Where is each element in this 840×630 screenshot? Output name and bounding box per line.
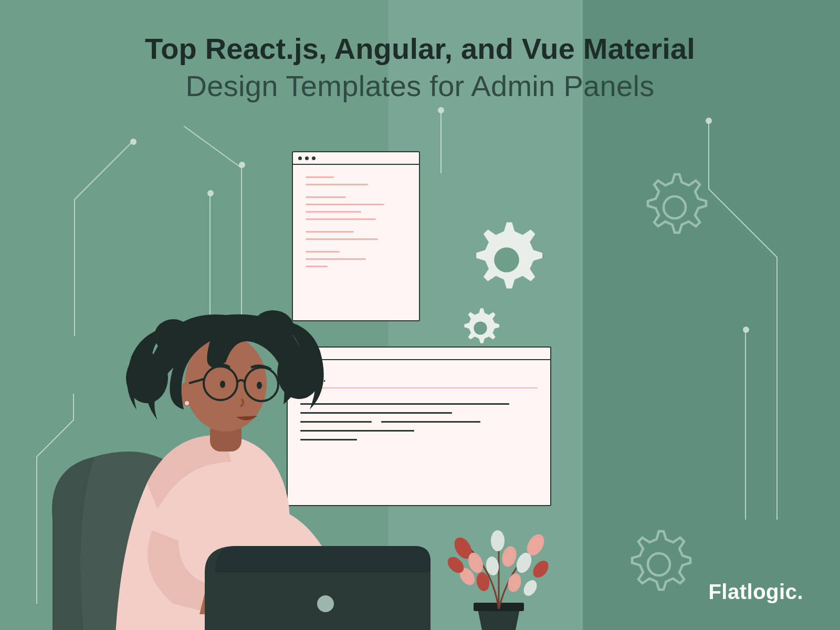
pot: [478, 609, 520, 630]
circuit-trace: [178, 126, 252, 315]
circuit-node-icon: [743, 327, 749, 333]
svg-point-6: [277, 346, 321, 399]
svg-point-24: [506, 572, 523, 594]
svg-point-8: [252, 310, 294, 346]
circuit-node-icon: [438, 107, 444, 113]
svg-point-2: [664, 196, 686, 218]
svg-point-11: [257, 382, 262, 389]
circuit-node-icon: [207, 190, 214, 196]
heading-line-2: Design Templates for Admin Panels: [0, 69, 840, 103]
circuit-node-icon: [706, 118, 712, 124]
person-illustration: [16, 299, 488, 630]
heading-line-1: Top React.js, Angular, and Vue Material: [0, 32, 840, 66]
svg-point-25: [521, 578, 539, 598]
svg-point-10: [220, 381, 225, 388]
laptop-logo: [317, 595, 334, 612]
gear-icon: [462, 215, 551, 304]
svg-point-19: [500, 544, 518, 568]
svg-point-23: [530, 558, 551, 580]
gear-icon: [635, 168, 714, 247]
hero-illustration: Top React.js, Angular, and Vue Material …: [0, 0, 840, 630]
document-window: [292, 151, 420, 321]
circuit-node-icon: [130, 139, 136, 145]
circuit-trace: [430, 110, 452, 173]
plant: [430, 514, 567, 630]
document-body: [293, 165, 419, 285]
heading: Top React.js, Angular, and Vue Material …: [0, 32, 840, 103]
svg-point-18: [491, 530, 505, 551]
brand-wordmark: Flatlogic.: [708, 580, 803, 604]
gear-icon: [620, 525, 698, 604]
svg-point-5: [126, 353, 168, 403]
circuit-node-icon: [239, 162, 245, 168]
svg-point-3: [648, 553, 670, 575]
svg-point-7: [154, 319, 192, 353]
svg-point-0: [494, 247, 519, 272]
window-controls-icon: [293, 152, 419, 165]
earring: [185, 401, 189, 405]
